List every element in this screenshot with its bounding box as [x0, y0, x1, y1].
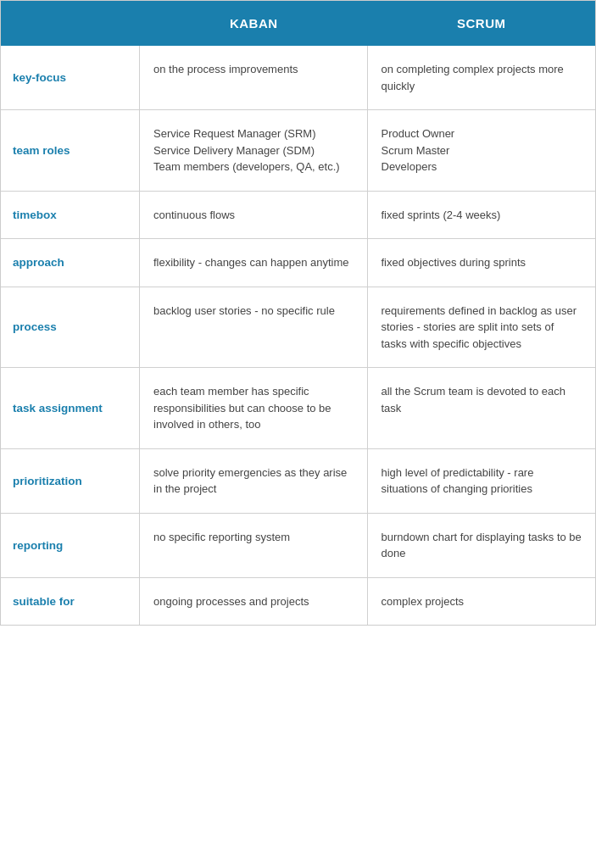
row-label-reporting: reporting [1, 514, 140, 577]
row-kaban-5: each team member has specific responsibi… [140, 368, 368, 448]
table-body: key-focuson the process improvementson c… [1, 46, 595, 625]
row-label-timebox: timebox [1, 192, 140, 239]
header-scrum: SCRUM [368, 1, 596, 46]
row-label-prioritization: prioritization [1, 449, 140, 513]
table-row: key-focuson the process improvementson c… [1, 46, 595, 110]
table-row: processbacklog user stories - no specifi… [1, 287, 595, 369]
table-row: prioritizationsolve priority emergencies… [1, 449, 595, 514]
row-scrum-1: Product Owner Scrum Master Developers [368, 110, 596, 191]
row-kaban-4: backlog user stories - no specific rule [140, 287, 368, 368]
row-scrum-2: fixed sprints (2-4 weeks) [368, 192, 596, 239]
row-kaban-0: on the process improvements [140, 46, 368, 109]
table-row: team rolesService Request Manager (SRM) … [1, 110, 595, 192]
row-kaban-7: no specific reporting system [140, 514, 368, 577]
row-scrum-6: high level of predictability - rare situ… [368, 449, 596, 513]
row-kaban-2: continuous flows [140, 192, 368, 239]
row-scrum-4: requirements defined in backlog as user … [368, 287, 596, 368]
table-row: timeboxcontinuous flowsfixed sprints (2-… [1, 192, 595, 240]
row-scrum-3: fixed objectives during sprints [368, 239, 596, 287]
table-row: suitable forongoing processes and projec… [1, 578, 595, 626]
header-empty [1, 1, 140, 46]
row-kaban-3: flexibility - changes can happen anytime [140, 239, 368, 287]
row-scrum-7: burndown chart for displaying tasks to b… [368, 514, 596, 577]
row-label-team-roles: team roles [1, 110, 140, 191]
row-kaban-1: Service Request Manager (SRM) Service De… [140, 110, 368, 191]
row-scrum-0: on completing complex projects more quic… [368, 46, 596, 109]
row-scrum-5: all the Scrum team is devoted to each ta… [368, 368, 596, 448]
header-kaban: KABAN [140, 1, 368, 46]
table-row: approachflexibility - changes can happen… [1, 239, 595, 287]
row-kaban-8: ongoing processes and projects [140, 578, 368, 626]
row-label-task-assignment: task assignment [1, 368, 140, 448]
row-scrum-8: complex projects [368, 578, 596, 626]
row-label-process: process [1, 287, 140, 368]
table-row: reportingno specific reporting systembur… [1, 514, 595, 578]
row-label-key-focus: key-focus [1, 46, 140, 109]
table-header: KABAN SCRUM [1, 1, 595, 46]
table-row: task assignmenteach team member has spec… [1, 368, 595, 449]
row-label-suitable-for: suitable for [1, 578, 140, 626]
comparison-table: KABAN SCRUM key-focuson the process impr… [0, 0, 596, 626]
row-kaban-6: solve priority emergencies as they arise… [140, 449, 368, 513]
row-label-approach: approach [1, 239, 140, 287]
